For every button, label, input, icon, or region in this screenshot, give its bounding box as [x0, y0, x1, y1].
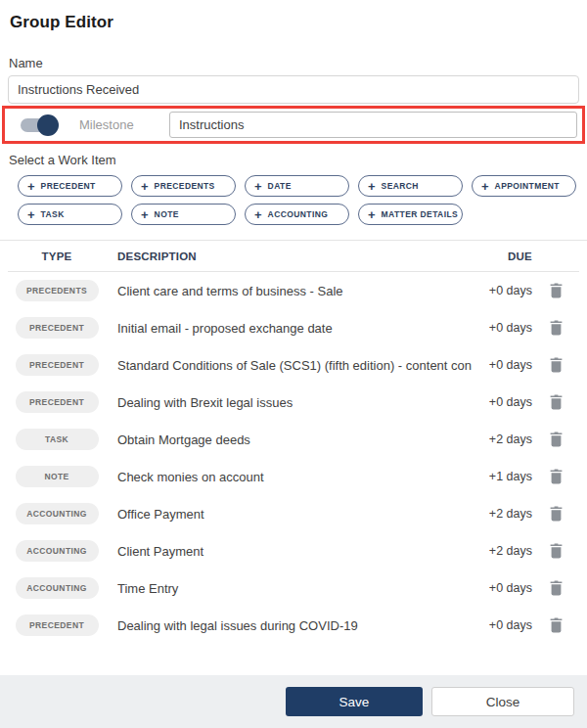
plus-icon: +: [368, 208, 376, 221]
type-badge: NOTE: [16, 466, 99, 487]
row-due: +2 days: [472, 544, 532, 558]
name-label: Name: [9, 56, 587, 70]
table-row: NOTE Check monies on account +1 days: [8, 458, 579, 495]
work-item-button-label: DATE: [268, 181, 292, 191]
row-due: +0 days: [472, 581, 532, 595]
table-row: PRECEDENT Initial email - proposed excha…: [8, 309, 579, 346]
milestone-toggle[interactable]: [21, 118, 56, 132]
table-row: PRECEDENTS Client care and terms of busi…: [8, 272, 579, 309]
work-item-button-label: PRECEDENTS: [155, 181, 215, 191]
row-description: Check monies on account: [106, 470, 472, 484]
row-description: Client Payment: [106, 544, 472, 559]
trash-icon: [550, 357, 563, 373]
work-item-button-label: APPOINTMENT: [495, 181, 560, 191]
trash-icon: [550, 432, 563, 447]
column-header-type: TYPE: [8, 250, 106, 262]
table-header-row: TYPE DESCRIPTION DUE: [8, 241, 579, 271]
trash-icon: [550, 543, 563, 559]
type-badge: ACCOUNTING: [16, 577, 99, 599]
type-badge: PRECEDENT: [16, 614, 99, 636]
table-row: PRECEDENT Dealing with Brexit legal issu…: [8, 384, 579, 421]
trash-icon: [550, 283, 563, 298]
plus-icon: +: [481, 180, 489, 193]
trash-icon: [550, 394, 563, 410]
row-due: +1 days: [472, 470, 532, 483]
table-row: ACCOUNTING Office Payment +2 days: [8, 495, 579, 532]
select-work-item-label: Select a Work Item: [9, 153, 587, 167]
milestone-highlight-box: Milestone: [2, 106, 585, 144]
work-item-button-label: PRECEDENT: [41, 181, 96, 191]
delete-row-button[interactable]: [532, 543, 579, 559]
row-due: +0 days: [472, 618, 532, 632]
work-item-button-label: ACCOUNTING: [268, 209, 329, 219]
row-due: +0 days: [472, 284, 532, 297]
row-description: Initial email - proposed exchange date: [106, 321, 472, 336]
trash-icon: [550, 506, 563, 522]
add-work-item-button[interactable]: + PRECEDENTS: [131, 175, 236, 197]
plus-icon: +: [141, 180, 149, 193]
save-button[interactable]: Save: [286, 687, 423, 716]
row-description: Standard Conditions of Sale (SCS1) (fift…: [106, 358, 472, 373]
type-badge: PRECEDENT: [16, 354, 99, 376]
row-description: Time Entry: [106, 581, 472, 596]
row-due: +2 days: [472, 432, 532, 446]
delete-row-button[interactable]: [532, 617, 579, 633]
trash-icon: [550, 320, 563, 336]
work-items-table: TYPE DESCRIPTION DUE PRECEDENTS Client c…: [8, 241, 579, 644]
toggle-knob-icon: [37, 114, 59, 136]
delete-row-button[interactable]: [532, 283, 579, 298]
table-row: ACCOUNTING Time Entry +0 days: [8, 569, 579, 607]
delete-row-button[interactable]: [532, 469, 579, 484]
delete-row-button[interactable]: [532, 394, 579, 410]
row-description: Obtain Mortgage deeds: [106, 432, 472, 447]
add-work-item-button[interactable]: + TASK: [18, 204, 122, 225]
add-work-item-button[interactable]: + NOTE: [131, 204, 236, 225]
column-header-due: DUE: [472, 250, 532, 262]
type-badge: TASK: [16, 429, 99, 450]
table-row: TASK Obtain Mortgage deeds +2 days: [8, 421, 579, 458]
row-description: Office Payment: [106, 507, 472, 522]
delete-row-button[interactable]: [532, 357, 579, 373]
row-due: +0 days: [472, 321, 532, 335]
plus-icon: +: [141, 208, 149, 221]
row-description: Client care and terms of business - Sale: [106, 284, 472, 298]
add-work-item-button[interactable]: + APPOINTMENT: [472, 175, 576, 197]
add-work-item-button[interactable]: + PRECEDENT: [18, 175, 122, 197]
delete-row-button[interactable]: [532, 506, 579, 522]
plus-icon: +: [27, 180, 35, 193]
plus-icon: +: [368, 180, 376, 193]
plus-icon: +: [254, 180, 262, 193]
close-button[interactable]: Close: [431, 687, 574, 716]
plus-icon: +: [254, 208, 262, 221]
delete-row-button[interactable]: [532, 580, 579, 596]
type-badge: ACCOUNTING: [16, 540, 99, 562]
type-badge: ACCOUNTING: [16, 503, 99, 524]
name-input[interactable]: [8, 75, 579, 104]
work-item-button-label: MATTER DETAILS: [382, 209, 458, 219]
table-row: PRECEDENT Standard Conditions of Sale (S…: [8, 346, 579, 384]
column-header-description: DESCRIPTION: [106, 250, 472, 262]
delete-row-button[interactable]: [532, 320, 579, 336]
row-description: Dealing with legal issues during COVID-1…: [106, 618, 472, 633]
plus-icon: +: [27, 208, 35, 221]
table-row: ACCOUNTING Client Payment +2 days: [8, 532, 579, 569]
work-item-buttons: + PRECEDENT + PRECEDENTS + DATE + SEARCH…: [0, 175, 587, 225]
dialog-footer: Save Close: [0, 675, 587, 728]
row-due: +0 days: [472, 395, 532, 409]
work-item-button-label: SEARCH: [382, 181, 419, 191]
add-work-item-button[interactable]: + MATTER DETAILS: [358, 204, 463, 225]
add-work-item-button[interactable]: + DATE: [245, 175, 349, 197]
table-row: PRECEDENT Dealing with legal issues duri…: [8, 607, 579, 644]
milestone-input[interactable]: [169, 112, 577, 138]
milestone-label: Milestone: [79, 117, 169, 132]
add-work-item-button[interactable]: + SEARCH: [358, 175, 463, 197]
row-description: Dealing with Brexit legal issues: [106, 395, 472, 410]
add-work-item-button[interactable]: + ACCOUNTING: [245, 204, 349, 225]
type-badge: PRECEDENT: [16, 317, 99, 339]
delete-row-button[interactable]: [532, 432, 579, 447]
work-item-button-label: TASK: [41, 209, 65, 219]
row-due: +0 days: [472, 358, 532, 372]
trash-icon: [550, 469, 563, 484]
type-badge: PRECEDENT: [16, 391, 99, 413]
type-badge: PRECEDENTS: [16, 280, 99, 301]
